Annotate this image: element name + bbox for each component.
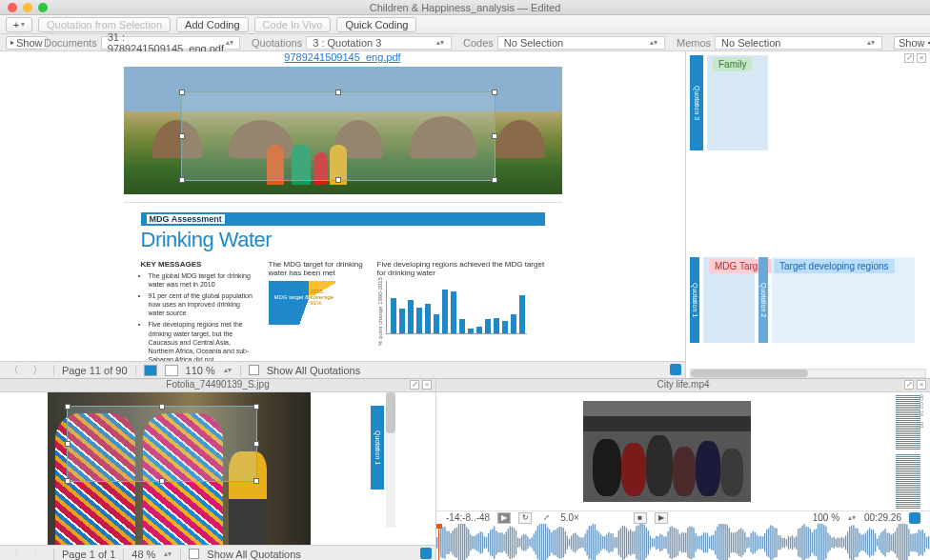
fullscreen-button[interactable]: ⤢	[539, 512, 553, 524]
image-v-scrollbar[interactable]	[386, 392, 395, 528]
playhead[interactable]	[438, 524, 439, 560]
svg-rect-179	[790, 537, 791, 549]
margin-h-scrollbar[interactable]	[690, 369, 926, 378]
svg-rect-91	[617, 537, 617, 549]
svg-rect-28	[492, 530, 493, 557]
pane-close-icon[interactable]: ×	[917, 380, 926, 390]
svg-rect-43	[521, 536, 522, 550]
show-all-quotations-checkbox[interactable]	[249, 365, 259, 375]
svg-rect-238	[906, 525, 907, 560]
quotation-strip-1[interactable]: Quotation 1	[690, 257, 699, 343]
waveform[interactable]	[436, 524, 930, 560]
svg-rect-211	[853, 526, 854, 560]
quick-coding-button[interactable]: Quick Coding	[336, 17, 416, 32]
pane-expand-icon[interactable]: ⤢	[904, 380, 914, 390]
svg-rect-70	[575, 533, 576, 553]
svg-rect-209	[849, 527, 850, 559]
svg-rect-151	[735, 533, 736, 553]
svg-rect-167	[766, 530, 767, 556]
margin-toggle-icon[interactable]	[670, 364, 681, 375]
svg-rect-244	[919, 530, 920, 556]
code-in-vivo-button[interactable]: Code In Vivo	[254, 17, 332, 32]
zoom-mode-icon[interactable]	[165, 365, 178, 376]
svg-rect-197	[825, 527, 826, 559]
svg-rect-224	[879, 536, 879, 550]
svg-rect-61	[556, 529, 557, 558]
margin-toggle-icon[interactable]	[909, 512, 920, 524]
svg-rect-120	[674, 528, 675, 558]
zoom-stepper[interactable]: ▴▾	[223, 368, 232, 372]
svg-rect-25	[486, 537, 487, 549]
show-right-button[interactable]: Show◂	[894, 36, 930, 50]
svg-rect-10	[456, 528, 457, 558]
show-all-quotations-checkbox[interactable]	[189, 549, 199, 559]
svg-rect-104	[641, 524, 642, 560]
loop-button[interactable]: ↻	[518, 512, 532, 524]
svg-rect-194	[819, 524, 820, 560]
zoom-stepper[interactable]: ▴▾	[847, 515, 857, 520]
quotation-strip-3[interactable]: Quotation 3	[690, 55, 703, 150]
quotation-from-selection-button[interactable]: Quotation from Selection	[38, 17, 171, 32]
memos-selector[interactable]: No Selection▴▾	[715, 36, 882, 50]
svg-rect-41	[517, 538, 518, 549]
selection-region[interactable]	[67, 406, 257, 482]
image-viewport[interactable]: Quotation 1	[0, 392, 435, 545]
codes-selector[interactable]: No Selection▴▾	[497, 36, 665, 50]
svg-rect-182	[796, 536, 797, 550]
svg-rect-219	[869, 529, 870, 558]
image-content	[48, 392, 311, 545]
documents-selector[interactable]: 31 : 9789241509145_eng.pdf▴▾	[101, 36, 240, 50]
play-button[interactable]: ▶	[655, 512, 668, 524]
code-tag-family[interactable]: Family	[713, 57, 752, 71]
pane-expand-icon[interactable]: ⤢	[410, 380, 419, 390]
prev-page-button[interactable]: 〈	[6, 547, 22, 560]
pane-close-icon[interactable]: ×	[422, 380, 432, 390]
document-link[interactable]: 9789241509145_eng.pdf	[284, 51, 400, 63]
quotation-strip-1[interactable]: Quotation 1	[371, 406, 384, 490]
pane-close-icon[interactable]: ×	[917, 53, 926, 63]
stop-button[interactable]: ■	[634, 512, 647, 524]
svg-rect-93	[620, 529, 621, 558]
svg-rect-141	[715, 531, 716, 555]
selection-region[interactable]	[181, 91, 495, 181]
bullet: 91 per cent of the global population now…	[149, 291, 255, 317]
svg-rect-98	[630, 530, 631, 556]
document-page-report: MDG Assessment Drinking Water KEY MESSAG…	[124, 202, 562, 361]
audio-overview[interactable]: 00.02.16 - 00..	[896, 394, 920, 509]
add-dropdown-button[interactable]: +▾	[6, 17, 32, 32]
svg-rect-117	[667, 531, 668, 554]
main-area: 9789241509145_eng.pdf MDG Assessment Dri…	[0, 51, 930, 378]
svg-rect-136	[705, 533, 706, 553]
image-pane-title: Fotolia_74490139_S.jpg	[166, 379, 269, 390]
next-page-button[interactable]: 〉	[30, 547, 46, 560]
margin-toggle-icon[interactable]	[420, 548, 432, 559]
next-page-button[interactable]: 〉	[30, 363, 46, 377]
svg-rect-99	[632, 531, 633, 554]
pane-expand-icon[interactable]: ⤢	[904, 53, 914, 63]
svg-rect-143	[718, 524, 719, 560]
svg-rect-207	[845, 536, 846, 550]
quotations-selector[interactable]: 3 : Quotation 3▴▾	[306, 36, 452, 50]
svg-rect-60	[555, 530, 556, 556]
zoom-fit-icon[interactable]	[144, 365, 157, 376]
svg-rect-147	[727, 526, 728, 560]
document-viewport[interactable]: MDG Assessment Drinking Water KEY MESSAG…	[0, 65, 685, 361]
svg-rect-204	[839, 539, 840, 548]
svg-rect-89	[612, 534, 613, 552]
prev-page-button[interactable]: 〈	[6, 363, 22, 377]
code-tag-tdr[interactable]: Target developing regions	[774, 259, 895, 273]
add-coding-button[interactable]: Add Coding	[176, 17, 249, 32]
report-band: MDG Assessment	[147, 214, 225, 224]
svg-rect-140	[713, 535, 714, 550]
svg-rect-164	[760, 536, 761, 550]
svg-rect-59	[553, 530, 554, 555]
svg-rect-110	[654, 539, 655, 548]
svg-rect-116	[665, 537, 666, 550]
zoom-stepper[interactable]: ▴▾	[163, 551, 172, 556]
svg-rect-192	[816, 530, 817, 557]
image-pane: Fotolia_74490139_S.jpg ⤢× Quotation 1 〈 …	[0, 379, 436, 560]
svg-rect-33	[501, 533, 502, 553]
svg-rect-134	[701, 535, 702, 550]
step-back-button[interactable]: ▶	[497, 512, 511, 524]
quotation-strip-2[interactable]: Quotation 2	[758, 257, 768, 343]
